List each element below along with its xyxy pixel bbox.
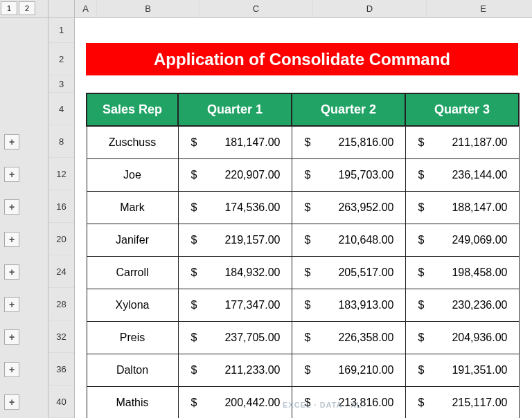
header-quarter-3[interactable]: Quarter 3 bbox=[405, 93, 519, 126]
outline-level-1[interactable]: 1 bbox=[1, 1, 17, 15]
cell-q2[interactable]: $263,952.00 bbox=[292, 191, 405, 224]
dollar-sign-icon: $ bbox=[414, 266, 425, 279]
cell-q1[interactable]: $219,157.00 bbox=[178, 224, 292, 256]
cell-q1[interactable]: $200,442.00 bbox=[178, 386, 292, 418]
outline-gutter: 1 2 ++++++++++ bbox=[0, 0, 48, 418]
col-header-c[interactable]: C bbox=[200, 0, 313, 17]
expand-row-button[interactable]: + bbox=[4, 232, 19, 247]
dollar-sign-icon: $ bbox=[414, 136, 425, 149]
cell-sales-rep[interactable]: Zuschuss bbox=[87, 126, 178, 158]
expand-row-button[interactable]: + bbox=[4, 394, 19, 410]
cell-q2[interactable]: $215,816.00 bbox=[292, 126, 405, 158]
amount-value: 215,117.00 bbox=[452, 397, 510, 409]
cell-q3[interactable]: $236,144.00 bbox=[405, 158, 519, 191]
expand-row-button[interactable]: + bbox=[4, 264, 19, 280]
expand-row-button[interactable]: + bbox=[4, 167, 19, 182]
header-quarter-1[interactable]: Quarter 1 bbox=[178, 93, 292, 126]
cell-q3[interactable]: $249,069.00 bbox=[405, 224, 519, 256]
cell-q3[interactable]: $188,147.00 bbox=[405, 191, 519, 224]
expand-row-button[interactable]: + bbox=[4, 297, 19, 312]
dollar-sign-icon: $ bbox=[187, 331, 197, 344]
amount-value: 177,347.00 bbox=[224, 299, 283, 311]
cell-sales-rep[interactable]: Mark bbox=[87, 191, 178, 224]
amount-value: 195,703.00 bbox=[338, 169, 396, 181]
header-sales-rep[interactable]: Sales Rep bbox=[87, 93, 178, 126]
data-table: Sales Rep Quarter 1 Quarter 2 Quarter 3 … bbox=[86, 93, 520, 418]
row-header-28[interactable]: 28 bbox=[48, 288, 74, 320]
col-header-a[interactable]: A bbox=[75, 0, 97, 17]
expand-row-button[interactable]: + bbox=[4, 199, 19, 215]
cell-q1[interactable]: $177,347.00 bbox=[178, 289, 292, 321]
cell-q3[interactable]: $230,236.00 bbox=[405, 289, 519, 321]
dollar-sign-icon: $ bbox=[187, 169, 197, 181]
expand-row-button[interactable]: + bbox=[4, 134, 19, 149]
header-quarter-2[interactable]: Quarter 2 bbox=[292, 93, 405, 126]
cell-q2[interactable]: $169,210.00 bbox=[292, 354, 405, 386]
cell-q3[interactable]: $191,351.00 bbox=[405, 354, 519, 386]
column-header-row: ABCDE bbox=[75, 0, 532, 18]
cell-sales-rep[interactable]: Joe bbox=[87, 158, 178, 191]
dollar-sign-icon: $ bbox=[187, 299, 197, 311]
dollar-sign-icon: $ bbox=[301, 299, 311, 311]
cell-q2[interactable]: $205,517.00 bbox=[292, 256, 405, 289]
cell-q2[interactable]: $183,913.00 bbox=[292, 289, 405, 321]
col-header-e[interactable]: E bbox=[427, 0, 532, 17]
cell-sales-rep[interactable]: Preis bbox=[87, 321, 178, 354]
dollar-sign-icon: $ bbox=[414, 201, 425, 214]
amount-value: 211,187.00 bbox=[452, 136, 510, 149]
cell-sales-rep[interactable]: Dalton bbox=[87, 354, 178, 386]
table-row: Mark$174,536.00$263,952.00$188,147.00 bbox=[87, 191, 519, 224]
corner-cell[interactable] bbox=[48, 0, 74, 18]
cell-q2[interactable]: $195,703.00 bbox=[292, 158, 405, 191]
table-row: Dalton$211,233.00$169,210.00$191,351.00 bbox=[87, 354, 519, 386]
col-header-b[interactable]: B bbox=[97, 0, 200, 17]
row-header-36[interactable]: 36 bbox=[48, 353, 74, 385]
row-header-4[interactable]: 4 bbox=[48, 93, 74, 125]
amount-value: 210,648.00 bbox=[338, 234, 396, 246]
row-header-20[interactable]: 20 bbox=[48, 223, 74, 255]
cell-q2[interactable]: $210,648.00 bbox=[292, 224, 405, 256]
row-header-8[interactable]: 8 bbox=[48, 125, 74, 158]
row-header-12[interactable]: 12 bbox=[48, 158, 74, 190]
amount-value: 191,351.00 bbox=[452, 364, 510, 376]
cell-q3[interactable]: $211,187.00 bbox=[405, 126, 519, 158]
cell-q2[interactable]: $226,358.00 bbox=[292, 321, 405, 354]
table-row: Zuschuss$181,147.00$215,816.00$211,187.0… bbox=[87, 126, 519, 158]
cell-sales-rep[interactable]: Mathis bbox=[87, 386, 178, 418]
cell-q3[interactable]: $198,458.00 bbox=[405, 256, 519, 289]
row-header-40[interactable]: 40 bbox=[48, 385, 74, 418]
cell-q1[interactable]: $211,233.00 bbox=[178, 354, 292, 386]
row-header-2[interactable]: 2 bbox=[48, 43, 74, 75]
amount-value: 181,147.00 bbox=[224, 136, 283, 149]
cell-q1[interactable]: $184,932.00 bbox=[178, 256, 292, 289]
cell-q1[interactable]: $174,536.00 bbox=[178, 191, 292, 224]
amount-value: 237,705.00 bbox=[224, 331, 283, 344]
dollar-sign-icon: $ bbox=[301, 169, 311, 181]
watermark: EXCEL · DATA · XL bbox=[283, 401, 362, 409]
row-header-3[interactable]: 3 bbox=[48, 75, 74, 93]
expand-row-button[interactable]: + bbox=[4, 329, 19, 345]
row-header-gutter: 12348121620242832364044 bbox=[48, 0, 75, 418]
cell-q1[interactable]: $181,147.00 bbox=[178, 126, 292, 158]
cell-q1[interactable]: $220,907.00 bbox=[178, 158, 292, 191]
amount-value: 220,907.00 bbox=[224, 169, 283, 181]
outline-level-2[interactable]: 2 bbox=[19, 1, 35, 15]
cell-sales-rep[interactable]: Carroll bbox=[87, 256, 178, 289]
expand-row-button[interactable]: + bbox=[4, 362, 19, 377]
amount-value: 263,952.00 bbox=[338, 201, 396, 214]
col-header-d[interactable]: D bbox=[313, 0, 427, 17]
table-row: Janifer$219,157.00$210,648.00$249,069.00 bbox=[87, 224, 519, 256]
row-header-24[interactable]: 24 bbox=[48, 255, 74, 288]
cell-q3[interactable]: $215,117.00 bbox=[405, 386, 519, 418]
row-header-32[interactable]: 32 bbox=[48, 320, 74, 353]
table-row: Carroll$184,932.00$205,517.00$198,458.00 bbox=[87, 256, 519, 289]
amount-value: 215,816.00 bbox=[338, 136, 396, 149]
cell-q3[interactable]: $204,936.00 bbox=[405, 321, 519, 354]
dollar-sign-icon: $ bbox=[301, 331, 311, 344]
cell-q1[interactable]: $237,705.00 bbox=[178, 321, 292, 354]
row-header-16[interactable]: 16 bbox=[48, 190, 74, 223]
cell-sales-rep[interactable]: Xylona bbox=[87, 289, 178, 321]
row-header-1[interactable]: 1 bbox=[48, 18, 74, 43]
dollar-sign-icon: $ bbox=[301, 364, 311, 376]
cell-sales-rep[interactable]: Janifer bbox=[87, 224, 178, 256]
